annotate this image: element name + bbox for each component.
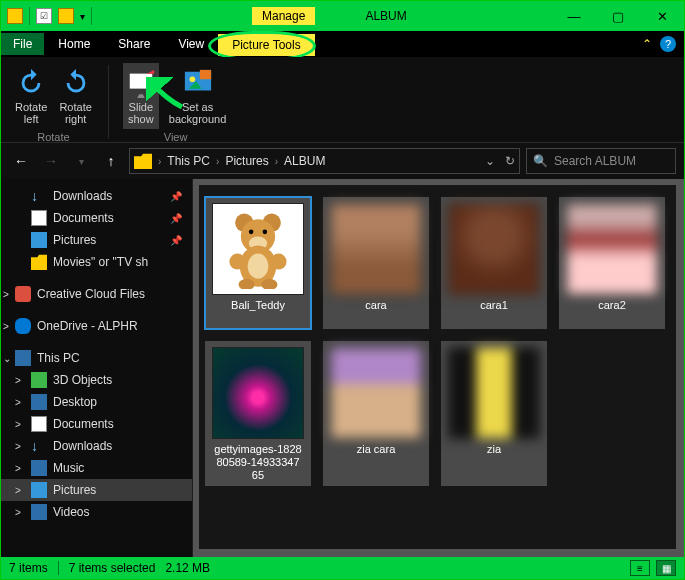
file-label: zia cara: [355, 443, 398, 469]
help-icon[interactable]: ?: [660, 36, 676, 52]
file-item[interactable]: zia: [441, 341, 547, 486]
refresh-icon[interactable]: ↻: [505, 154, 515, 168]
details-view-button[interactable]: ≡: [630, 560, 650, 576]
back-button[interactable]: ←: [9, 149, 33, 173]
tree-item-downloads[interactable]: Downloads📌: [1, 185, 192, 207]
collapse-ribbon-icon[interactable]: ⌃: [642, 37, 652, 51]
tree-item-downloads[interactable]: >Downloads: [1, 435, 192, 457]
maximize-button[interactable]: ▢: [596, 1, 640, 31]
tab-home[interactable]: Home: [44, 33, 104, 55]
contextual-tab-label: Manage: [252, 7, 315, 25]
tree-item-documents[interactable]: Documents📌: [1, 207, 192, 229]
ribbon: Rotate left Rotate right Rotate Slide s: [1, 57, 684, 143]
pin-icon: 📌: [170, 191, 186, 202]
navigation-pane[interactable]: Downloads📌Documents📌Pictures📌Movies" or …: [1, 179, 193, 557]
file-label: cara: [363, 299, 388, 325]
chevron-icon[interactable]: ⌄: [3, 353, 11, 364]
dl-icon: [31, 188, 47, 204]
file-item[interactable]: cara1: [441, 197, 547, 329]
file-label: cara1: [478, 299, 510, 325]
tree-label: Downloads: [53, 439, 112, 453]
set-background-button[interactable]: Set as background: [167, 63, 229, 129]
music-icon: [31, 460, 47, 476]
search-placeholder: Search ALBUM: [554, 154, 636, 168]
rotate-left-button[interactable]: Rotate left: [13, 63, 49, 129]
forward-button[interactable]: →: [39, 149, 63, 173]
tree-item-videos[interactable]: >Videos: [1, 501, 192, 523]
svg-point-15: [248, 254, 269, 279]
search-input[interactable]: 🔍 Search ALBUM: [526, 148, 676, 174]
tab-share[interactable]: Share: [104, 33, 164, 55]
file-item[interactable]: Bali_Teddy: [205, 197, 311, 329]
thumbnails-view-button[interactable]: ▦: [656, 560, 676, 576]
qat-dropdown-icon[interactable]: ▾: [80, 11, 85, 22]
tree-label: 3D Objects: [53, 373, 112, 387]
chevron-icon[interactable]: >: [15, 375, 21, 386]
tree-item-this-pc[interactable]: ⌄This PC: [1, 347, 192, 369]
tree-label: Music: [53, 461, 84, 475]
slide-show-button[interactable]: Slide show: [123, 63, 159, 129]
qat-newfolder-icon[interactable]: [58, 8, 74, 24]
file-label: cara2: [596, 299, 628, 325]
breadcrumb-segment[interactable]: Pictures: [221, 154, 272, 168]
tree-item-pictures[interactable]: >Pictures: [1, 479, 192, 501]
svg-marker-2: [146, 70, 154, 74]
breadcrumb-segment[interactable]: This PC: [163, 154, 214, 168]
thumbnail-icon: [448, 203, 540, 295]
chevron-icon[interactable]: >: [15, 397, 21, 408]
rotate-right-button[interactable]: Rotate right: [57, 63, 93, 129]
address-bar[interactable]: › This PC › Pictures › ALBUM ⌄ ↻: [129, 148, 520, 174]
tree-item-desktop[interactable]: >Desktop: [1, 391, 192, 413]
file-item[interactable]: cara2: [559, 197, 665, 329]
folder-icon: [134, 153, 152, 169]
chevron-icon[interactable]: >: [15, 441, 21, 452]
address-dropdown-icon[interactable]: ⌄: [485, 154, 495, 168]
tree-item-creative-cloud-files[interactable]: >Creative Cloud Files: [1, 283, 192, 305]
projector-icon: [125, 67, 157, 99]
tree-item-music[interactable]: >Music: [1, 457, 192, 479]
file-label: zia: [485, 443, 503, 469]
history-dropdown[interactable]: ▾: [69, 149, 93, 173]
breadcrumb-segment[interactable]: ALBUM: [280, 154, 329, 168]
chevron-icon[interactable]: >: [15, 463, 21, 474]
up-button[interactable]: ↑: [99, 149, 123, 173]
pic-icon: [31, 232, 47, 248]
chevron-icon[interactable]: >: [15, 507, 21, 518]
minimize-button[interactable]: —: [552, 1, 596, 31]
tree-label: Downloads: [53, 189, 112, 203]
file-item[interactable]: cara: [323, 197, 429, 329]
title-bar: ☑ ▾ Manage ALBUM — ▢ ✕: [1, 1, 684, 31]
tab-picture-tools[interactable]: Picture Tools: [218, 34, 314, 56]
file-item[interactable]: zia cara: [323, 341, 429, 486]
status-selected-count: 7 items selected: [69, 561, 156, 575]
chevron-icon[interactable]: >: [3, 289, 9, 300]
tree-label: Creative Cloud Files: [37, 287, 145, 301]
tree-label: Videos: [53, 505, 89, 519]
svg-point-16: [229, 254, 245, 270]
chevron-icon[interactable]: >: [15, 485, 21, 496]
tree-item-onedrive-alphr[interactable]: >OneDrive - ALPHR: [1, 315, 192, 337]
svg-point-17: [271, 254, 287, 270]
close-button[interactable]: ✕: [640, 1, 684, 31]
chevron-icon[interactable]: >: [3, 321, 9, 332]
content-pane[interactable]: Bali_Teddycaracara1cara2gettyimages-1828…: [193, 179, 684, 557]
folder-small-icon[interactable]: [7, 8, 23, 24]
status-item-count: 7 items: [9, 561, 48, 575]
pin-icon: 📌: [170, 213, 186, 224]
rotate-left-icon: [15, 67, 47, 99]
qat-props-icon[interactable]: ☑: [36, 8, 52, 24]
file-item[interactable]: gettyimages-1828 80589-14933347 65: [205, 341, 311, 486]
svg-point-13: [263, 230, 268, 235]
tree-item-3d-objects[interactable]: >3D Objects: [1, 369, 192, 391]
tree-label: Movies" or "TV sh: [53, 255, 148, 269]
tree-item-documents[interactable]: >Documents: [1, 413, 192, 435]
ribbon-group-view: View: [164, 131, 188, 143]
tab-view[interactable]: View: [164, 33, 218, 55]
desk-icon: [31, 394, 47, 410]
thumbnail-icon: [566, 203, 658, 295]
pic-icon: [31, 482, 47, 498]
tree-item-pictures[interactable]: Pictures📌: [1, 229, 192, 251]
chevron-icon[interactable]: >: [15, 419, 21, 430]
tree-item-movies-or-tv-sh[interactable]: Movies" or "TV sh: [1, 251, 192, 273]
file-menu[interactable]: File: [1, 33, 44, 55]
